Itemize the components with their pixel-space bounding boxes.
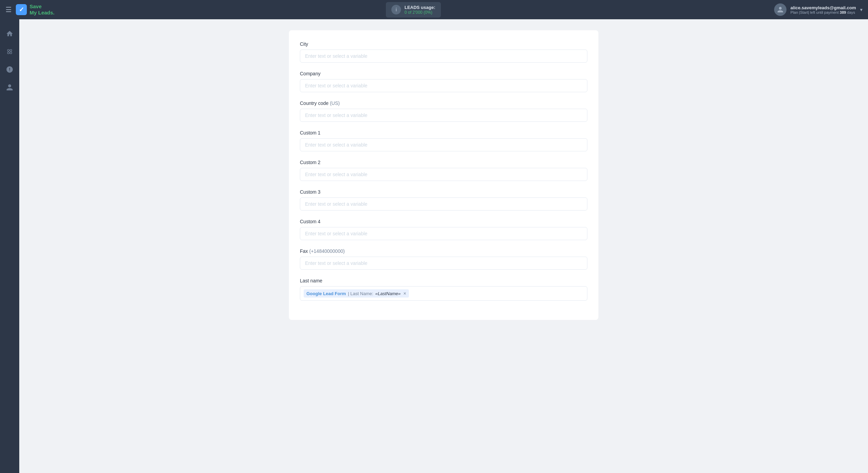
- main-content: CityCompanyCountry code (US)Custom 1Cust…: [19, 19, 868, 473]
- leads-usage-text: LEADS usage: 0 of 2'000 (0%): [404, 5, 435, 15]
- leads-usage-label: LEADS usage:: [404, 5, 435, 10]
- info-icon: i: [391, 5, 401, 14]
- tag-last_name: Google Lead Form | Last Name: «LastName»…: [304, 289, 409, 298]
- svg-point-1: [10, 50, 12, 52]
- label-fax: Fax (+14840000000): [300, 248, 587, 254]
- input-fax[interactable]: [300, 257, 587, 270]
- input-city[interactable]: [300, 50, 587, 63]
- label-last_name: Last name: [300, 278, 587, 283]
- hint-fax: (+14840000000): [308, 248, 345, 254]
- user-email: alice.savemyleads@gmail.com: [791, 5, 856, 10]
- hint-country_code: (US): [328, 100, 340, 106]
- logo-text: Save My Leads.: [30, 3, 55, 16]
- form-group-fax: Fax (+14840000000): [300, 248, 587, 270]
- user-info: alice.savemyleads@gmail.com Plan |Start|…: [791, 5, 856, 14]
- input-custom3[interactable]: [300, 197, 587, 211]
- input-custom1[interactable]: [300, 138, 587, 151]
- label-city: City: [300, 41, 587, 47]
- sidebar-item-integrations[interactable]: [2, 44, 17, 59]
- svg-point-3: [10, 52, 12, 54]
- label-custom4: Custom 4: [300, 219, 587, 224]
- logo-container: ✓ Save My Leads.: [16, 3, 55, 16]
- input-custom2[interactable]: [300, 168, 587, 181]
- form-group-company: Company: [300, 71, 587, 92]
- header-center: i LEADS usage: 0 of 2'000 (0%): [74, 2, 752, 18]
- leads-usage-box: i LEADS usage: 0 of 2'000 (0%): [386, 2, 441, 18]
- tag-input-last_name[interactable]: Google Lead Form | Last Name: «LastName»…: [300, 286, 587, 301]
- header: ☰ ✓ Save My Leads. i LEADS usage: 0 of 2…: [0, 0, 868, 19]
- form-group-custom2: Custom 2: [300, 160, 587, 181]
- tag-value: «LastName»: [375, 291, 401, 296]
- form-group-country_code: Country code (US): [300, 100, 587, 122]
- label-custom2: Custom 2: [300, 160, 587, 165]
- sidebar: [0, 19, 19, 473]
- header-right: alice.savemyleads@gmail.com Plan |Start|…: [752, 3, 862, 16]
- logo-checkmark: ✓: [19, 6, 24, 13]
- svg-point-2: [8, 52, 9, 54]
- form-group-custom3: Custom 3: [300, 189, 587, 211]
- input-country_code[interactable]: [300, 109, 587, 122]
- label-custom1: Custom 1: [300, 130, 587, 136]
- form-group-custom1: Custom 1: [300, 130, 587, 151]
- sidebar-item-home[interactable]: [2, 26, 17, 41]
- form-group-last_name: Last nameGoogle Lead Form | Last Name: «…: [300, 278, 587, 301]
- chevron-down-icon[interactable]: ▾: [860, 7, 862, 12]
- user-avatar: [774, 3, 786, 16]
- form-container: CityCompanyCountry code (US)Custom 1Cust…: [289, 30, 598, 320]
- input-custom4[interactable]: [300, 227, 587, 240]
- user-plan: Plan |Start| left until payment 389 days: [791, 10, 856, 14]
- form-group-custom4: Custom 4: [300, 219, 587, 240]
- sidebar-item-account[interactable]: [2, 80, 17, 95]
- tag-separator: | Last Name:: [348, 291, 373, 296]
- label-country_code: Country code (US): [300, 100, 587, 106]
- svg-point-0: [8, 50, 9, 52]
- sidebar-item-billing[interactable]: [2, 62, 17, 77]
- header-left: ☰ ✓ Save My Leads.: [6, 3, 74, 16]
- form-group-city: City: [300, 41, 587, 63]
- tag-close-button[interactable]: ×: [403, 291, 406, 296]
- input-company[interactable]: [300, 79, 587, 92]
- leads-usage-count: 0 of 2'000 (0%): [404, 10, 435, 15]
- hamburger-icon[interactable]: ☰: [6, 6, 12, 14]
- label-company: Company: [300, 71, 587, 76]
- label-custom3: Custom 3: [300, 189, 587, 195]
- logo-icon: ✓: [16, 4, 27, 15]
- tag-source: Google Lead Form: [306, 291, 346, 296]
